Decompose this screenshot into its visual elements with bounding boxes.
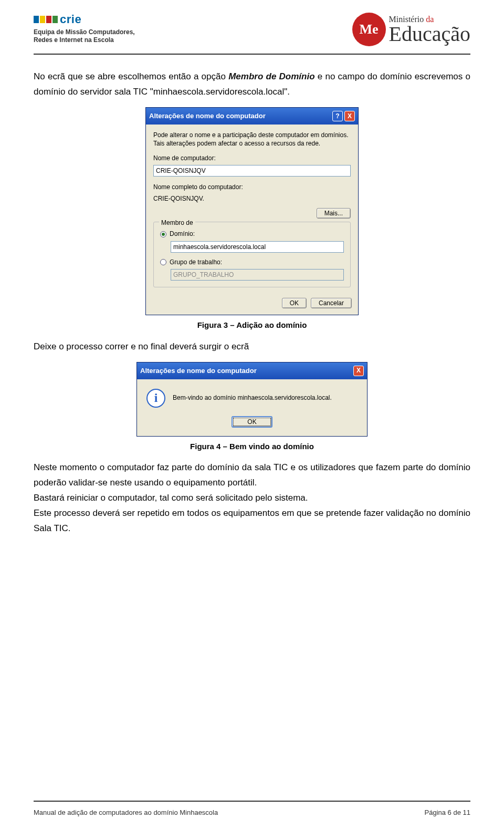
- member-of-groupbox: Membro de Domínio: Grupo de trabalho:: [153, 222, 351, 287]
- dialog2-message: Bem-vindo ao domínio minhaescola.servido…: [173, 392, 332, 403]
- paragraph-1: No ecrã que se abre escolhemos então a o…: [34, 69, 470, 100]
- workgroup-input-wrap: [171, 269, 344, 281]
- dialog-computer-name-changes: Alterações de nome do computador ? X Pod…: [145, 107, 359, 315]
- crie-subtitle-line1: Equipa de Missão Computadores,: [34, 28, 135, 36]
- full-name-label: Nome completo do computador:: [153, 182, 351, 192]
- footer-left: Manual de adição de computadores ao domí…: [34, 809, 218, 816]
- footer-divider: [34, 801, 470, 802]
- logo-square-yellow: [40, 16, 45, 23]
- educacao-word: Educação: [389, 24, 470, 44]
- info-icon: i: [146, 389, 165, 408]
- dialog1-titlebar[interactable]: Alterações de nome do computador ? X: [146, 108, 358, 125]
- more-button-row: Mais...: [153, 208, 351, 219]
- crie-logo-squares: [34, 16, 58, 23]
- full-name-value: CRIE-QOISNJQV.: [153, 193, 351, 204]
- page-footer: Manual de adição de computadores ao domí…: [34, 805, 470, 816]
- computer-name-input[interactable]: [153, 165, 351, 177]
- close-icon[interactable]: X: [344, 111, 355, 121]
- close-icon[interactable]: X: [353, 366, 364, 376]
- ministerio-text: Ministério da Educação: [389, 15, 470, 44]
- workgroup-input: [171, 269, 344, 281]
- figure-4-caption: Figura 4 – Bem vindo ao domínio: [34, 440, 470, 453]
- paragraph-4: Bastará reiniciar o computador, tal como…: [34, 491, 470, 506]
- workgroup-radio[interactable]: [160, 259, 166, 265]
- me-badge-icon: Me: [352, 13, 386, 46]
- workgroup-radio-row[interactable]: Grupo de trabalho:: [160, 257, 344, 267]
- dialog1-title: Alterações de nome do computador: [149, 110, 266, 122]
- figure-4-wrapper: Alterações de nome do computador X i Bem…: [34, 362, 470, 437]
- dialog-welcome-domain: Alterações de nome do computador X i Bem…: [136, 362, 368, 437]
- figure-3-caption: Figura 3 – Adição ao domínio: [34, 318, 470, 332]
- content: No ecrã que se abre escolhemos então a o…: [0, 55, 504, 536]
- dialog1-buttons: OK Cancelar: [146, 293, 358, 315]
- workgroup-radio-label: Grupo de trabalho:: [170, 257, 222, 267]
- ok-button[interactable]: OK: [232, 416, 272, 428]
- dialog2-title: Alterações de nome do computador: [140, 365, 257, 377]
- logo-square-green: [52, 16, 58, 23]
- paragraph-5: Este processo deverá ser repetido em tod…: [34, 506, 470, 536]
- crie-subtitle-line2: Redes e Internet na Escola: [34, 36, 135, 44]
- ministerio-logo-block: Me Ministério da Educação: [352, 13, 470, 46]
- domain-input-wrap: [171, 241, 344, 253]
- dialog2-titlebar[interactable]: Alterações de nome do computador X: [137, 362, 367, 379]
- para1-a: No ecrã que se abre escolhemos então a o…: [34, 71, 228, 81]
- domain-radio[interactable]: [160, 231, 166, 237]
- dialog2-info-row: i Bem-vindo ao domínio minhaescola.servi…: [137, 379, 367, 411]
- help-icon[interactable]: ?: [332, 111, 343, 121]
- logo-square-red: [46, 16, 51, 23]
- dialog1-title-buttons: ? X: [332, 111, 355, 121]
- cancel-button[interactable]: Cancelar: [311, 298, 352, 308]
- domain-radio-row[interactable]: Domínio:: [160, 229, 344, 239]
- para1-b: Membro de Domínio: [228, 71, 314, 81]
- paragraph-3: Neste momento o computador faz parte do …: [34, 460, 470, 491]
- footer-right: Página 6 de 11: [425, 809, 470, 816]
- crie-logo-block: crie Equipa de Missão Computadores, Rede…: [34, 13, 135, 44]
- more-button[interactable]: Mais...: [317, 208, 351, 219]
- computer-name-label: Nome de computador:: [153, 153, 351, 163]
- dialog2-title-buttons: X: [353, 366, 364, 376]
- ok-button[interactable]: OK: [282, 298, 307, 308]
- dialog2-ok-row: OK: [137, 411, 367, 436]
- dialog1-body: Pode alterar o nome e a participação des…: [146, 125, 358, 293]
- page-header: crie Equipa de Missão Computadores, Rede…: [0, 0, 504, 51]
- domain-input[interactable]: [171, 241, 344, 253]
- groupbox-title: Membro de: [159, 217, 195, 228]
- logo-square-blue: [34, 16, 39, 23]
- crie-logo-text: crie: [60, 13, 81, 26]
- domain-radio-label: Domínio:: [170, 229, 195, 239]
- crie-logo: crie: [34, 13, 135, 26]
- dialog1-description: Pode alterar o nome e a participação des…: [153, 131, 351, 148]
- figure-3-wrapper: Alterações de nome do computador ? X Pod…: [34, 107, 470, 315]
- paragraph-2: Deixe o processo correr e no final dever…: [34, 339, 470, 355]
